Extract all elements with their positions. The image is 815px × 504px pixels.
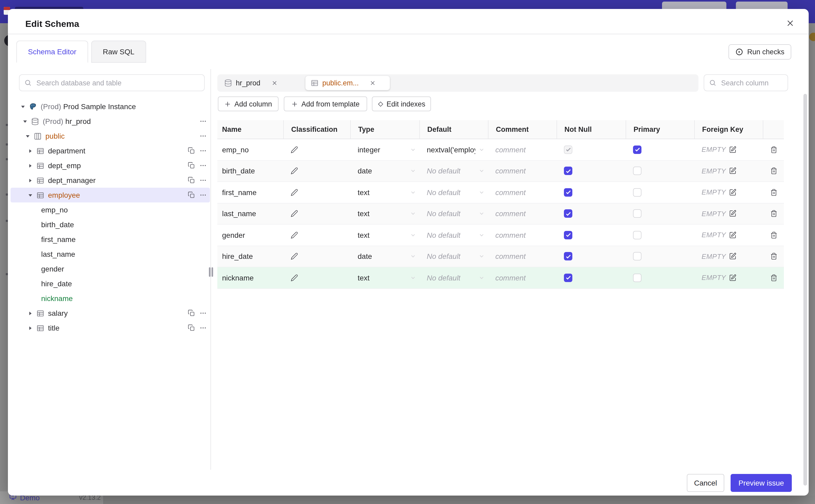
tree-node-first_name[interactable]: first_name	[11, 232, 210, 247]
primary-checkbox[interactable]	[633, 167, 642, 175]
column-name-cell[interactable]: last_name	[217, 203, 283, 224]
caret-right-icon[interactable]	[28, 163, 33, 168]
run-checks-button[interactable]: Run checks	[729, 44, 791, 60]
not-null-checkbox[interactable]	[564, 167, 572, 175]
default-select[interactable]: nextval('employ	[420, 139, 488, 160]
more-dots-icon[interactable]	[199, 191, 207, 199]
pencil-icon[interactable]	[291, 167, 298, 175]
caret-right-icon[interactable]	[28, 148, 33, 153]
primary-checkbox[interactable]	[633, 210, 642, 218]
pencil-icon[interactable]	[291, 231, 298, 239]
open-tab-hr_prod[interactable]: hr_prod	[219, 76, 304, 90]
trash-icon[interactable]	[770, 274, 778, 282]
foreign-key-button[interactable]: EMPTY	[694, 246, 763, 267]
edit-square-icon[interactable]	[729, 210, 737, 217]
type-select[interactable]: text	[350, 225, 420, 245]
more-dots-icon[interactable]	[199, 177, 207, 184]
trash-icon[interactable]	[770, 146, 778, 153]
add-from-template-button[interactable]: Add from template	[284, 96, 367, 111]
tree-node-emp_no[interactable]: emp_no	[11, 202, 210, 217]
default-select[interactable]: No default	[420, 225, 488, 245]
comment-input[interactable]: comment	[488, 139, 557, 160]
foreign-key-button[interactable]: EMPTY	[694, 182, 763, 203]
not-null-checkbox[interactable]	[564, 210, 572, 218]
tree-node-public[interactable]: public	[11, 129, 210, 143]
trash-icon[interactable]	[770, 253, 778, 260]
column-name-cell[interactable]: first_name	[217, 182, 283, 203]
edit-square-icon[interactable]	[729, 167, 737, 175]
caret-down-icon[interactable]	[23, 119, 27, 124]
caret-down-icon[interactable]	[28, 193, 33, 197]
trash-icon[interactable]	[770, 167, 778, 175]
primary-checkbox[interactable]	[633, 146, 642, 154]
close-tab-icon[interactable]	[271, 80, 277, 86]
panel-resize-handle[interactable]	[208, 267, 214, 277]
close-tab-icon[interactable]	[370, 80, 375, 86]
pencil-icon[interactable]	[291, 210, 298, 217]
column-name-cell[interactable]: gender	[217, 225, 283, 245]
copy-icon[interactable]	[187, 162, 195, 169]
default-select[interactable]: No default	[420, 161, 488, 181]
comment-input[interactable]: comment	[488, 203, 557, 224]
more-dots-icon[interactable]	[199, 147, 207, 154]
edit-square-icon[interactable]	[729, 253, 737, 260]
caret-down-icon[interactable]	[25, 134, 30, 138]
comment-input[interactable]: comment	[488, 182, 557, 203]
edit-square-icon[interactable]	[729, 146, 737, 153]
foreign-key-button[interactable]: EMPTY	[694, 139, 763, 160]
type-select[interactable]: integer	[350, 139, 420, 160]
primary-checkbox[interactable]	[633, 231, 642, 239]
caret-down-icon[interactable]	[21, 104, 25, 109]
header-button-1[interactable]	[662, 2, 726, 9]
header-button-2[interactable]	[736, 2, 788, 9]
column-name-cell[interactable]: birth_date	[217, 161, 283, 181]
comment-input[interactable]: comment	[488, 161, 557, 181]
cancel-button[interactable]: Cancel	[687, 474, 724, 492]
type-select[interactable]: text	[350, 203, 420, 224]
default-select[interactable]: No default	[420, 267, 488, 288]
caret-right-icon[interactable]	[28, 311, 33, 316]
edit-square-icon[interactable]	[729, 231, 737, 239]
close-icon[interactable]	[786, 19, 794, 27]
tree-node-Prod Sample Instance[interactable]: (Prod)Prod Sample Instance	[11, 99, 210, 114]
primary-checkbox[interactable]	[633, 188, 642, 197]
trash-icon[interactable]	[770, 231, 778, 239]
comment-input[interactable]: comment	[488, 267, 557, 288]
not-null-checkbox[interactable]	[564, 274, 572, 282]
scrollbar-thumb[interactable]	[803, 94, 807, 486]
tree-node-hr_prod[interactable]: (Prod)hr_prod	[11, 114, 210, 129]
tree-node-last_name[interactable]: last_name	[11, 247, 210, 261]
tree-node-nickname[interactable]: nickname	[11, 291, 210, 306]
column-name-cell[interactable]: nickname	[217, 267, 283, 288]
column-name-cell[interactable]: emp_no	[217, 139, 283, 160]
foreign-key-button[interactable]: EMPTY	[694, 225, 763, 245]
tree-node-employee[interactable]: employee	[11, 188, 210, 202]
default-select[interactable]: No default	[420, 203, 488, 224]
type-select[interactable]: text	[350, 267, 420, 288]
column-search-input[interactable]	[720, 78, 783, 87]
pencil-icon[interactable]	[291, 189, 298, 196]
foreign-key-button[interactable]: EMPTY	[694, 203, 763, 224]
add-column-button[interactable]: Add column	[218, 96, 278, 111]
caret-right-icon[interactable]	[28, 326, 33, 330]
type-select[interactable]: text	[350, 182, 420, 203]
more-dots-icon[interactable]	[199, 309, 207, 317]
primary-checkbox[interactable]	[633, 274, 642, 282]
edit-indexes-button[interactable]: Edit indexes	[372, 96, 431, 111]
tree-node-department[interactable]: department	[11, 143, 210, 158]
not-null-checkbox[interactable]	[564, 188, 572, 197]
comment-input[interactable]: comment	[488, 246, 557, 267]
pencil-icon[interactable]	[291, 146, 298, 153]
caret-right-icon[interactable]	[28, 178, 33, 183]
column-name-cell[interactable]: hire_date	[217, 246, 283, 267]
tree-node-hire_date[interactable]: hire_date	[11, 276, 210, 291]
open-tab-public.em...[interactable]: public.em...	[305, 76, 390, 90]
not-null-checkbox[interactable]	[564, 231, 572, 239]
pencil-icon[interactable]	[291, 253, 298, 260]
more-dots-icon[interactable]	[199, 132, 207, 140]
not-null-checkbox[interactable]	[564, 252, 572, 261]
more-dots-icon[interactable]	[199, 162, 207, 169]
default-select[interactable]: No default	[420, 182, 488, 203]
type-select[interactable]: date	[350, 246, 420, 267]
copy-icon[interactable]	[187, 324, 195, 332]
